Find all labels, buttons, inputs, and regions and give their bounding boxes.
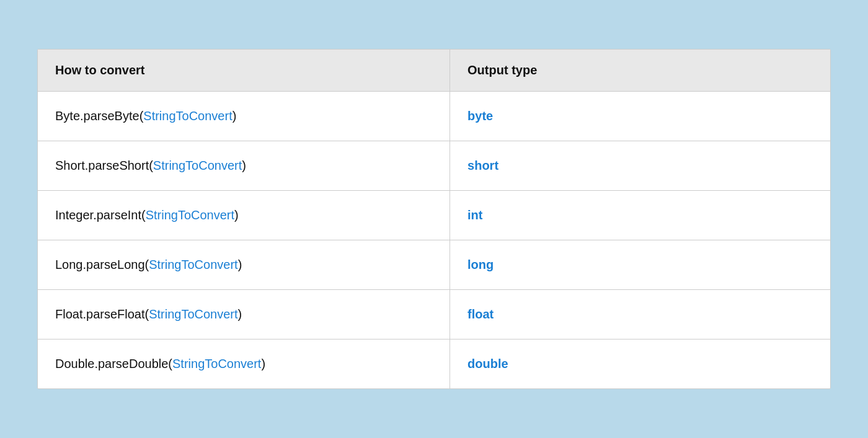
output-cell-5: double (450, 339, 830, 389)
method-arg: StringToConvert (149, 307, 237, 321)
method-prefix: Long.parseLong( (55, 258, 149, 271)
table-row: Short.parseShort(StringToConvert)short (38, 141, 830, 191)
method-arg: StringToConvert (153, 159, 242, 172)
output-type-value: long (467, 258, 494, 271)
output-cell-1: short (450, 141, 830, 191)
table-body: Byte.parseByte(StringToConvert)byteShort… (38, 92, 830, 389)
method-cell-4: Float.parseFloat(StringToConvert) (38, 290, 450, 339)
method-arg: StringToConvert (149, 258, 237, 271)
table-row: Byte.parseByte(StringToConvert)byte (38, 92, 830, 141)
conversion-table: How to convert Output type Byte.parseByt… (38, 50, 830, 388)
method-prefix: Short.parseShort( (55, 159, 153, 172)
method-suffix: ) (261, 357, 265, 370)
output-type-value: short (467, 159, 498, 172)
method-cell-3: Long.parseLong(StringToConvert) (38, 240, 450, 290)
header-output-type: Output type (450, 50, 830, 92)
table-row: Integer.parseInt(StringToConvert)int (38, 191, 830, 240)
output-cell-2: int (450, 191, 830, 240)
method-suffix: ) (234, 208, 239, 222)
table-header-row: How to convert Output type (38, 50, 830, 92)
output-cell-0: byte (450, 92, 830, 141)
method-suffix: ) (238, 258, 242, 271)
method-prefix: Byte.parseByte( (55, 109, 143, 123)
output-cell-3: long (450, 240, 830, 290)
output-type-value: byte (467, 109, 493, 123)
main-table-container: How to convert Output type Byte.parseByt… (37, 49, 831, 389)
table-row: Long.parseLong(StringToConvert)long (38, 240, 830, 290)
method-arg: StringToConvert (146, 208, 234, 222)
method-cell-2: Integer.parseInt(StringToConvert) (38, 191, 450, 240)
method-cell-5: Double.parseDouble(StringToConvert) (38, 339, 450, 389)
header-how-to-convert: How to convert (38, 50, 450, 92)
output-cell-4: float (450, 290, 830, 339)
method-prefix: Integer.parseInt( (55, 208, 146, 222)
table-row: Float.parseFloat(StringToConvert)float (38, 290, 830, 339)
method-suffix: ) (238, 307, 242, 321)
method-arg: StringToConvert (172, 357, 261, 370)
table-row: Double.parseDouble(StringToConvert)doubl… (38, 339, 830, 389)
method-prefix: Float.parseFloat( (55, 307, 149, 321)
method-cell-0: Byte.parseByte(StringToConvert) (38, 92, 450, 141)
method-cell-1: Short.parseShort(StringToConvert) (38, 141, 450, 191)
output-type-value: float (467, 307, 494, 321)
method-arg: StringToConvert (143, 109, 232, 123)
output-type-value: double (467, 357, 508, 370)
method-suffix: ) (232, 109, 237, 123)
method-suffix: ) (242, 159, 246, 172)
output-type-value: int (467, 208, 482, 222)
method-prefix: Double.parseDouble( (55, 357, 172, 370)
